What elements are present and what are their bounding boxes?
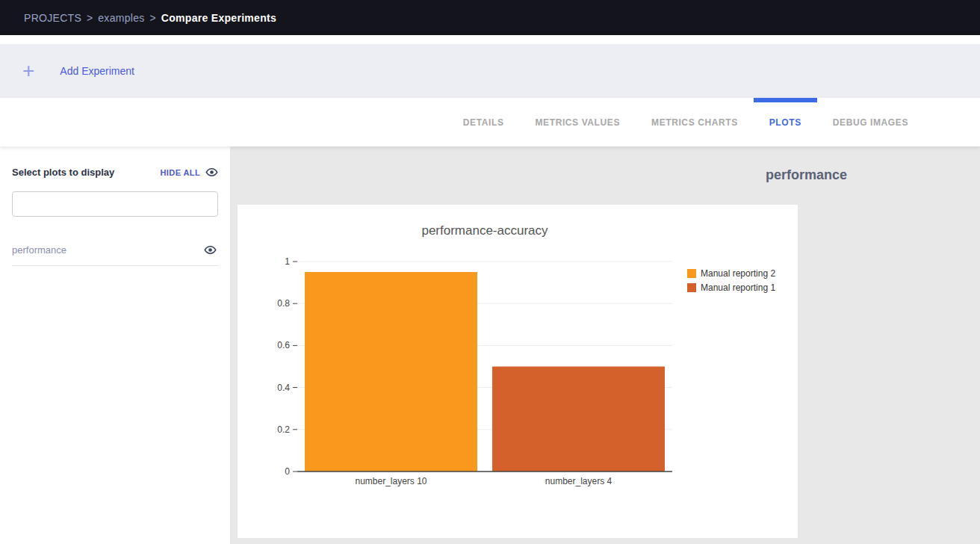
separator-strip [0,35,980,44]
tab-debug-images[interactable]: DEBUG IMAGES [817,98,924,146]
svg-text:0.6: 0.6 [277,340,290,350]
plot-selector-sidebar: Select plots to display HIDE ALL perform… [0,146,230,544]
plots-panel: performance 00.20.40.60.81number_layers … [230,146,980,544]
svg-text:Manual reporting 2: Manual reporting 2 [701,268,775,279]
sidebar-header: Select plots to display HIDE ALL [12,166,218,179]
eye-icon [205,166,218,179]
breadcrumb-bar: PROJECTS > examples > Compare Experiment… [0,0,980,35]
breadcrumb-separator: > [87,12,93,24]
breadcrumb-item-projects[interactable]: PROJECTS [24,12,81,24]
svg-text:0.4: 0.4 [277,383,290,393]
plus-icon[interactable]: + [22,61,34,81]
plot-card[interactable]: 00.20.40.60.81number_layers 10number_lay… [238,205,798,538]
tab-metrics-charts[interactable]: METRICS CHARTS [636,98,754,146]
hide-all-button[interactable]: HIDE ALL [160,166,218,179]
plot-filter-input[interactable] [12,191,218,217]
hide-all-label: HIDE ALL [160,168,200,177]
plot-svg[interactable]: 00.20.40.60.81number_layers 10number_lay… [238,205,798,538]
svg-text:number_layers 4: number_layers 4 [545,476,612,486]
breadcrumb: PROJECTS > examples > Compare Experiment… [24,12,276,24]
sidebar-title: Select plots to display [12,167,114,178]
content-area: Select plots to display HIDE ALL perform… [0,146,980,544]
breadcrumb-item-examples[interactable]: examples [98,12,144,24]
metric-group-title: performance [230,146,980,183]
svg-text:number_layers 10: number_layers 10 [355,476,427,486]
plot-list-item-performance[interactable]: performance [12,236,218,266]
tab-bar: DETAILS METRICS VALUES METRICS CHARTS PL… [0,98,980,146]
svg-text:Manual reporting 1: Manual reporting 1 [701,282,775,293]
svg-text:0.2: 0.2 [277,424,290,435]
svg-text:0: 0 [285,466,290,477]
plot-item-label: performance [12,244,66,256]
action-bar: + Add Experiment [0,44,980,98]
add-experiment-button[interactable]: Add Experiment [60,65,134,77]
plot-list: performance [12,236,218,266]
breadcrumb-item-current: Compare Experiments [161,12,276,24]
eye-icon[interactable] [204,244,217,256]
tab-metrics-values[interactable]: METRICS VALUES [520,98,636,146]
breadcrumb-separator: > [150,12,156,24]
tab-plots[interactable]: PLOTS [754,98,817,146]
tab-details[interactable]: DETAILS [447,98,520,146]
svg-text:0.8: 0.8 [277,298,290,309]
svg-text:performance-accuracy: performance-accuracy [421,223,548,238]
svg-text:1: 1 [285,256,290,267]
